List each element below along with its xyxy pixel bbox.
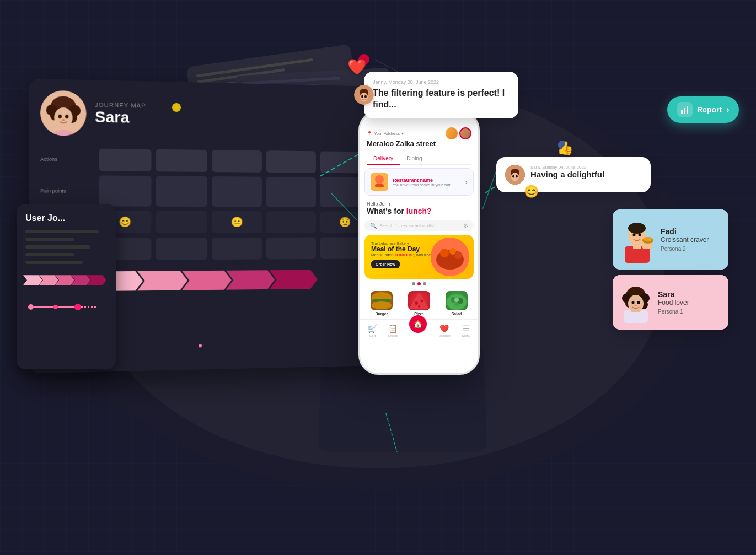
- phone-content: 📍 Your Address ▾ Meralco Zalka street De…: [360, 123, 478, 373]
- svg-point-49: [511, 173, 519, 181]
- svg-point-25: [364, 95, 367, 98]
- svg-point-50: [512, 175, 514, 178]
- fadi-label: Persona 2: [661, 246, 709, 252]
- svg-point-72: [637, 301, 640, 304]
- phone-address: Meralco Zalka street: [367, 139, 471, 148]
- svg-point-70: [628, 295, 644, 312]
- arrow-section: [98, 270, 370, 291]
- report-icon: [677, 102, 693, 117]
- fadi-persona-card: Fadi Croissant craver Persona 2: [613, 209, 728, 270]
- svg-point-71: [632, 301, 635, 304]
- bubble-text: The filtering feature is perfect! I find…: [373, 88, 510, 111]
- svg-point-39: [415, 301, 418, 305]
- user-journey-title: User Jo...: [25, 213, 107, 223]
- restaurant-card[interactable]: Restaurant name You have items saved in …: [364, 168, 474, 196]
- pain-points-row: Pain points: [40, 174, 370, 208]
- category-burger[interactable]: Burger: [371, 291, 393, 316]
- svg-point-41: [418, 305, 420, 308]
- greeting-whats: What's for lunch?: [367, 207, 471, 215]
- fadi-info: Fadi Croissant craver Persona 2: [661, 227, 709, 252]
- salad-label: Salad: [452, 312, 462, 316]
- svg-rect-74: [681, 110, 683, 114]
- arrow-2: [137, 271, 187, 290]
- burger-label: Burger: [376, 312, 388, 316]
- svg-point-56: [628, 223, 646, 234]
- delightful-emoji: 😊: [524, 185, 539, 199]
- sara-description: Food lover: [658, 299, 689, 306]
- cart-icon: 🛒: [368, 324, 377, 333]
- report-label: Report: [697, 105, 722, 114]
- favorites-icon: ❤️: [439, 324, 449, 333]
- journey-name: Sara: [95, 108, 146, 127]
- phone-greeting: Hello John What's for lunch?: [360, 199, 478, 218]
- actions-row: Actions: [40, 147, 370, 174]
- sara-persona-card: Sara Food lover Persona 1: [613, 275, 728, 330]
- delightful-date: Sara, Sunday 04, June 2022: [530, 165, 642, 170]
- delightful-text: Having a delightful: [530, 170, 642, 180]
- bubble-date: Jenny, Monday 20, June 2022: [373, 79, 510, 85]
- svg-point-37: [372, 301, 392, 309]
- svg-rect-76: [687, 106, 688, 114]
- nav-home[interactable]: 🏠: [409, 324, 427, 337]
- favorites-label: Favorites: [438, 334, 452, 337]
- report-button[interactable]: Report ›: [667, 96, 739, 123]
- menu-icon: ☰: [463, 324, 470, 333]
- pizza-image: [408, 291, 430, 310]
- salad-image: [446, 291, 468, 310]
- filtering-speech-bubble: Jenny, Monday 20, June 2022 The filterin…: [364, 72, 518, 118]
- burger-image: [371, 291, 393, 310]
- svg-point-33: [454, 251, 462, 259]
- pain-points-label: Pain points: [40, 188, 98, 194]
- svg-point-17: [53, 305, 58, 309]
- menu-label: Menu: [462, 334, 470, 337]
- arrow-4: [226, 270, 275, 290]
- svg-point-45: [454, 302, 459, 306]
- filter-icon: ⚙: [463, 223, 468, 229]
- food-categories: Burger Pizza: [360, 288, 478, 319]
- like-reaction: 👍: [557, 141, 573, 156]
- sara-portrait: [619, 282, 652, 323]
- orders-label: Orders: [388, 334, 398, 337]
- nav-menu[interactable]: ☰ Menu: [462, 324, 470, 337]
- svg-point-40: [421, 300, 423, 303]
- tab-dining[interactable]: Dining: [400, 153, 428, 164]
- nav-favorites[interactable]: ❤️ Favorites: [438, 324, 452, 337]
- jenny-avatar: [354, 85, 374, 105]
- sara-persona-name: Sara: [658, 290, 689, 299]
- phone-tabs: Delivery Dining: [367, 153, 471, 165]
- report-arrow-icon: ›: [726, 105, 729, 115]
- actions-label: Actions: [40, 157, 98, 163]
- nav-orders[interactable]: 📋 Orders: [388, 324, 398, 337]
- svg-point-61: [644, 237, 652, 241]
- phone-address-label: 📍 Your Address ▾: [367, 127, 471, 139]
- svg-rect-75: [684, 108, 685, 114]
- phone-bottom-nav: 🛒 Cart 📋 Orders 🏠 ❤️ Favorites ☰: [360, 319, 478, 340]
- uj-arrows: [25, 275, 107, 285]
- restaurant-thumbnail: [371, 173, 388, 191]
- carousel-dots: [360, 282, 478, 285]
- svg-point-51: [516, 175, 518, 178]
- category-pizza[interactable]: Pizza: [408, 291, 430, 316]
- order-now-button[interactable]: Order Now: [371, 260, 400, 268]
- sara-info: Sara Food lover Persona 1: [658, 290, 689, 315]
- sara-avatar: [40, 90, 86, 136]
- nav-cart[interactable]: 🛒 Cart: [368, 324, 377, 337]
- uj-lines: [25, 230, 107, 264]
- fadi-portrait: [619, 216, 655, 263]
- promo-food-image: [431, 238, 469, 276]
- user-journey-small-card: User Jo...: [17, 204, 116, 369]
- svg-point-24: [361, 95, 363, 98]
- journey-title-group: Journey Map Sara: [95, 101, 146, 127]
- sara-card-content: Sara Food lover Persona 1: [613, 275, 728, 330]
- search-placeholder: Search for restaurant or dish: [379, 223, 460, 228]
- fadi-name: Fadi: [661, 227, 709, 236]
- svg-point-19: [74, 304, 81, 310]
- fadi-card-content: Fadi Croissant craver Persona 2: [613, 209, 728, 270]
- restaurant-arrow-icon: ›: [465, 177, 468, 186]
- tab-delivery[interactable]: Delivery: [367, 153, 400, 165]
- phone-search-bar[interactable]: 🔍 Search for restaurant or dish ⚙: [364, 220, 474, 231]
- category-salad[interactable]: Salad: [446, 291, 468, 316]
- search-icon: 🔍: [370, 223, 377, 229]
- svg-point-73: [635, 305, 637, 306]
- heart-reaction: ❤️: [347, 58, 367, 76]
